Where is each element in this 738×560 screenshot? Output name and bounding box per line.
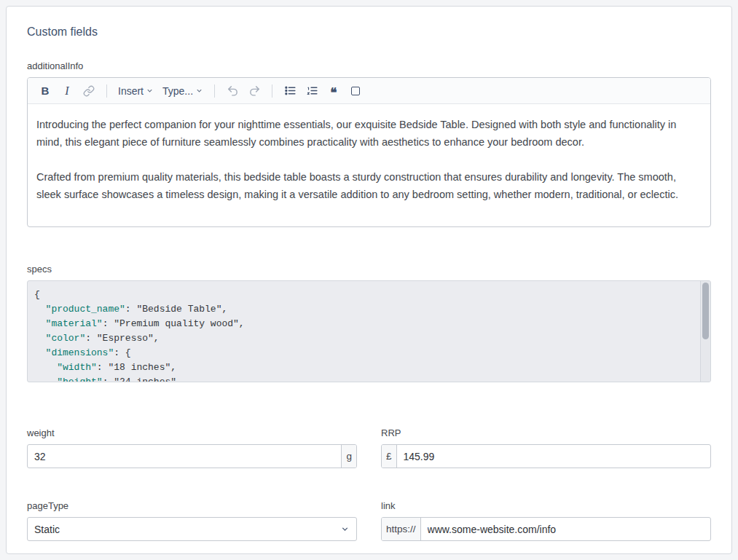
weight-rrp-row: weight g RRP £ [27, 427, 711, 468]
custom-fields-card: Custom fields additionalInfo B I Insert [6, 6, 732, 554]
rrp-label: RRP [381, 427, 711, 438]
quote-glyph: ❝ [330, 82, 337, 99]
toolbar-divider [106, 84, 107, 98]
additional-info-field: additionalInfo B I Insert Type... [27, 60, 711, 227]
page-type-select[interactable]: Static [27, 517, 357, 541]
chevron-down-icon [340, 524, 350, 534]
undo-icon[interactable] [222, 81, 243, 101]
specs-label: specs [27, 264, 711, 275]
code-line: "color": "Espresso", [34, 331, 694, 346]
weight-input-wrap: g [27, 444, 357, 468]
code-line: "width": "18 inches", [34, 360, 694, 375]
pagetype-link-row: pageType Static link https:// [27, 500, 711, 541]
weight-label: weight [27, 427, 357, 438]
rrp-input-wrap: £ [381, 444, 711, 468]
link-input-wrap: https:// [381, 517, 711, 541]
code-line: "height": "24 inches", [34, 375, 694, 382]
italic-button[interactable]: I [57, 81, 77, 101]
code-line: { [34, 288, 694, 302]
rich-text-editor: B I Insert Type... [27, 77, 711, 227]
code-lines: { "product_name": "Bedside Table", "mate… [34, 288, 694, 382]
toolbar-divider [214, 84, 215, 98]
link-label: link [381, 500, 711, 511]
insert-dropdown-label: Insert [118, 85, 144, 97]
bold-button[interactable]: B [35, 81, 55, 101]
code-line: "product_name": "Bedside Table", [34, 302, 694, 317]
toolbar-divider [272, 84, 272, 98]
chevron-down-icon [146, 87, 154, 95]
chevron-down-icon [195, 87, 203, 95]
link-icon[interactable] [79, 81, 99, 101]
additional-info-label: additionalInfo [27, 60, 711, 71]
editor-toolbar: B I Insert Type... [28, 78, 710, 104]
editor-paragraph: Introducing the perfect companion for yo… [36, 116, 702, 151]
page-type-label: pageType [27, 500, 357, 511]
ordered-list-icon[interactable] [302, 81, 322, 101]
link-protocol-prefix: https:// [382, 518, 421, 540]
code-line: "dimensions": { [34, 346, 694, 360]
redo-icon[interactable] [244, 81, 264, 101]
code-line: "material": "Premium quality wood", [34, 317, 694, 331]
scrollbar-thumb[interactable] [702, 283, 709, 339]
rrp-input[interactable] [397, 445, 710, 468]
specs-scrollbar[interactable] [700, 281, 710, 382]
editor-content-area[interactable]: Introducing the perfect companion for yo… [28, 104, 710, 226]
specs-code-editor[interactable]: { "product_name": "Bedside Table", "mate… [27, 280, 711, 382]
page-type-selected-value: Static [34, 524, 60, 535]
type-dropdown[interactable]: Type... [159, 81, 207, 101]
weight-input[interactable] [28, 445, 341, 468]
link-input[interactable] [421, 518, 710, 540]
type-dropdown-label: Type... [162, 85, 193, 97]
bullet-list-icon[interactable] [280, 81, 300, 101]
editor-paragraph: Crafted from premium quality materials, … [36, 168, 702, 203]
blockquote-icon[interactable]: ❝ [323, 81, 344, 101]
specs-field: specs { "product_name": "Bedside Table",… [27, 264, 711, 382]
layout-icon[interactable] [345, 81, 366, 101]
rrp-currency-prefix: £ [382, 445, 397, 468]
insert-dropdown[interactable]: Insert [114, 81, 157, 101]
page-title: Custom fields [27, 25, 711, 39]
weight-unit-suffix: g [341, 445, 356, 468]
